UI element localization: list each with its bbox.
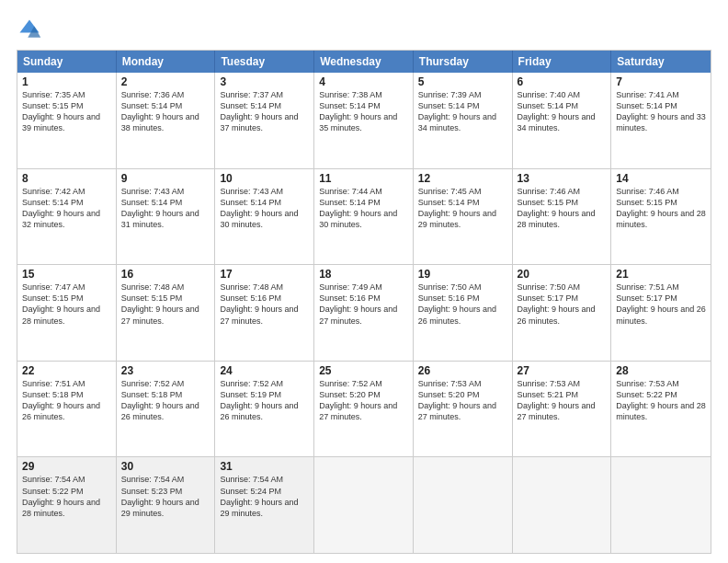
day-number: 8 (22, 172, 111, 185)
day-number: 14 (616, 172, 706, 185)
cell-info: Sunrise: 7:37 AM Sunset: 5:14 PM Dayligh… (220, 89, 309, 134)
cell-info: Sunrise: 7:53 AM Sunset: 5:21 PM Dayligh… (518, 378, 607, 423)
calendar-cell: 22 Sunrise: 7:51 AM Sunset: 5:18 PM Dayl… (17, 362, 117, 457)
day-number: 25 (319, 364, 408, 377)
day-number: 2 (121, 75, 210, 88)
day-number: 28 (616, 364, 706, 377)
calendar-row: 15 Sunrise: 7:47 AM Sunset: 5:15 PM Dayl… (17, 264, 711, 361)
cell-info: Sunrise: 7:36 AM Sunset: 5:14 PM Dayligh… (121, 89, 210, 134)
calendar-cell: 12 Sunrise: 7:45 AM Sunset: 5:14 PM Dayl… (414, 169, 513, 265)
day-number: 7 (616, 75, 706, 88)
day-number: 26 (418, 364, 507, 377)
day-number: 19 (418, 268, 507, 281)
calendar-row: 1 Sunrise: 7:35 AM Sunset: 5:15 PM Dayli… (17, 73, 711, 168)
cell-info: Sunrise: 7:52 AM Sunset: 5:19 PM Dayligh… (220, 378, 309, 423)
day-number: 12 (418, 172, 507, 185)
cell-info: Sunrise: 7:39 AM Sunset: 5:14 PM Dayligh… (418, 89, 507, 134)
cell-info: Sunrise: 7:49 AM Sunset: 5:16 PM Dayligh… (319, 282, 408, 327)
cell-info: Sunrise: 7:52 AM Sunset: 5:18 PM Dayligh… (121, 378, 210, 423)
calendar-cell: 15 Sunrise: 7:47 AM Sunset: 5:15 PM Dayl… (17, 265, 117, 361)
calendar-cell: 25 Sunrise: 7:52 AM Sunset: 5:20 PM Dayl… (314, 362, 414, 457)
day-number: 22 (22, 364, 111, 377)
calendar-cell: 27 Sunrise: 7:53 AM Sunset: 5:21 PM Dayl… (513, 362, 612, 457)
weekday-header: Friday (513, 51, 612, 73)
cell-info: Sunrise: 7:53 AM Sunset: 5:20 PM Dayligh… (418, 378, 507, 423)
calendar-row: 8 Sunrise: 7:42 AM Sunset: 5:14 PM Dayli… (17, 168, 711, 265)
logo (17, 17, 46, 42)
day-number: 31 (220, 460, 309, 473)
cell-info: Sunrise: 7:51 AM Sunset: 5:17 PM Dayligh… (616, 282, 706, 327)
weekday-header: Thursday (414, 51, 513, 73)
cell-info: Sunrise: 7:45 AM Sunset: 5:14 PM Dayligh… (418, 186, 507, 231)
cell-info: Sunrise: 7:43 AM Sunset: 5:14 PM Dayligh… (220, 186, 309, 231)
weekday-header: Sunday (17, 51, 117, 73)
day-number: 30 (121, 460, 210, 473)
cell-info: Sunrise: 7:41 AM Sunset: 5:14 PM Dayligh… (616, 89, 706, 134)
calendar-body: 1 Sunrise: 7:35 AM Sunset: 5:15 PM Dayli… (17, 73, 711, 553)
day-number: 10 (220, 172, 309, 185)
day-number: 16 (121, 268, 210, 281)
day-number: 4 (319, 75, 408, 88)
calendar-cell: 24 Sunrise: 7:52 AM Sunset: 5:19 PM Dayl… (215, 362, 314, 457)
header (17, 17, 711, 42)
cell-info: Sunrise: 7:40 AM Sunset: 5:14 PM Dayligh… (518, 89, 607, 134)
calendar-cell: 30 Sunrise: 7:54 AM Sunset: 5:23 PM Dayl… (117, 457, 216, 553)
calendar-cell: 6 Sunrise: 7:40 AM Sunset: 5:14 PM Dayli… (513, 73, 612, 168)
day-number: 21 (616, 268, 706, 281)
day-number: 3 (220, 75, 309, 88)
calendar-cell: 11 Sunrise: 7:44 AM Sunset: 5:14 PM Dayl… (314, 169, 414, 265)
calendar-cell: 1 Sunrise: 7:35 AM Sunset: 5:15 PM Dayli… (17, 73, 117, 168)
day-number: 29 (22, 460, 111, 473)
calendar-cell: 9 Sunrise: 7:43 AM Sunset: 5:14 PM Dayli… (117, 169, 216, 265)
calendar-cell: 10 Sunrise: 7:43 AM Sunset: 5:14 PM Dayl… (215, 169, 314, 265)
weekday-header: Wednesday (314, 51, 414, 73)
cell-info: Sunrise: 7:52 AM Sunset: 5:20 PM Dayligh… (319, 378, 408, 423)
cell-info: Sunrise: 7:43 AM Sunset: 5:14 PM Dayligh… (121, 186, 210, 231)
day-number: 23 (121, 364, 210, 377)
cell-info: Sunrise: 7:46 AM Sunset: 5:15 PM Dayligh… (616, 186, 706, 231)
calendar-cell (611, 457, 711, 553)
calendar-cell: 20 Sunrise: 7:50 AM Sunset: 5:17 PM Dayl… (513, 265, 612, 361)
day-number: 9 (121, 172, 210, 185)
calendar-cell: 16 Sunrise: 7:48 AM Sunset: 5:15 PM Dayl… (117, 265, 216, 361)
calendar-cell: 2 Sunrise: 7:36 AM Sunset: 5:14 PM Dayli… (117, 73, 216, 168)
day-number: 15 (22, 268, 111, 281)
calendar-cell: 18 Sunrise: 7:49 AM Sunset: 5:16 PM Dayl… (314, 265, 414, 361)
calendar-header: SundayMondayTuesdayWednesdayThursdayFrid… (17, 51, 711, 73)
day-number: 24 (220, 364, 309, 377)
day-number: 17 (220, 268, 309, 281)
logo-icon (17, 17, 42, 42)
calendar-row: 22 Sunrise: 7:51 AM Sunset: 5:18 PM Dayl… (17, 361, 711, 457)
cell-info: Sunrise: 7:54 AM Sunset: 5:22 PM Dayligh… (22, 474, 111, 519)
day-number: 20 (518, 268, 607, 281)
day-number: 27 (518, 364, 607, 377)
calendar-cell (513, 457, 612, 553)
cell-info: Sunrise: 7:53 AM Sunset: 5:22 PM Dayligh… (616, 378, 706, 423)
day-number: 11 (319, 172, 408, 185)
calendar-cell: 31 Sunrise: 7:54 AM Sunset: 5:24 PM Dayl… (215, 457, 314, 553)
cell-info: Sunrise: 7:48 AM Sunset: 5:15 PM Dayligh… (121, 282, 210, 327)
calendar-cell: 26 Sunrise: 7:53 AM Sunset: 5:20 PM Dayl… (414, 362, 513, 457)
cell-info: Sunrise: 7:50 AM Sunset: 5:17 PM Dayligh… (518, 282, 607, 327)
cell-info: Sunrise: 7:50 AM Sunset: 5:16 PM Dayligh… (418, 282, 507, 327)
day-number: 5 (418, 75, 507, 88)
cell-info: Sunrise: 7:35 AM Sunset: 5:15 PM Dayligh… (22, 89, 111, 134)
calendar: SundayMondayTuesdayWednesdayThursdayFrid… (17, 50, 711, 554)
cell-info: Sunrise: 7:54 AM Sunset: 5:23 PM Dayligh… (121, 474, 210, 519)
weekday-header: Tuesday (215, 51, 314, 73)
calendar-cell: 29 Sunrise: 7:54 AM Sunset: 5:22 PM Dayl… (17, 457, 117, 553)
cell-info: Sunrise: 7:51 AM Sunset: 5:18 PM Dayligh… (22, 378, 111, 423)
day-number: 6 (518, 75, 607, 88)
calendar-cell: 13 Sunrise: 7:46 AM Sunset: 5:15 PM Dayl… (513, 169, 612, 265)
calendar-cell: 19 Sunrise: 7:50 AM Sunset: 5:16 PM Dayl… (414, 265, 513, 361)
calendar-cell: 17 Sunrise: 7:48 AM Sunset: 5:16 PM Dayl… (215, 265, 314, 361)
day-number: 13 (518, 172, 607, 185)
calendar-cell: 23 Sunrise: 7:52 AM Sunset: 5:18 PM Dayl… (117, 362, 216, 457)
day-number: 18 (319, 268, 408, 281)
cell-info: Sunrise: 7:42 AM Sunset: 5:14 PM Dayligh… (22, 186, 111, 231)
calendar-cell (414, 457, 513, 553)
calendar-cell (314, 457, 414, 553)
cell-info: Sunrise: 7:44 AM Sunset: 5:14 PM Dayligh… (319, 186, 408, 231)
calendar-cell: 14 Sunrise: 7:46 AM Sunset: 5:15 PM Dayl… (611, 169, 711, 265)
cell-info: Sunrise: 7:47 AM Sunset: 5:15 PM Dayligh… (22, 282, 111, 327)
